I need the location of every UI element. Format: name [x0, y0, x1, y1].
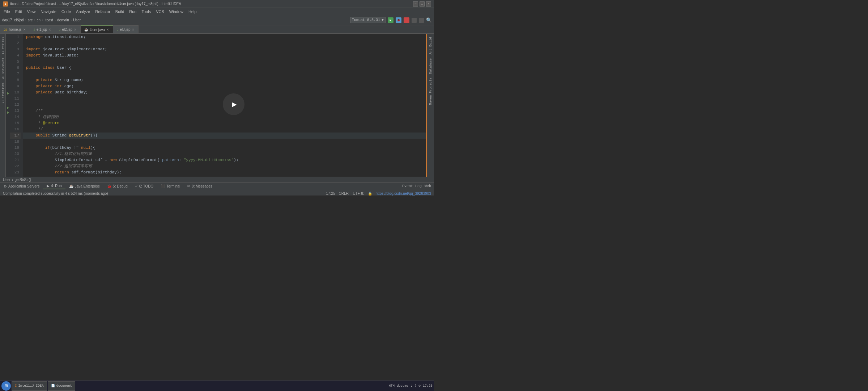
- minimize-button[interactable]: ─: [413, 1, 418, 7]
- gutter-11: [6, 81, 10, 86]
- gutter-6: [6, 58, 10, 63]
- close-button[interactable]: ✕: [426, 1, 431, 7]
- gutter-7: [6, 63, 10, 67]
- ln-6: 6: [10, 65, 21, 71]
- menu-view[interactable]: View: [25, 9, 38, 14]
- tab-messages[interactable]: ✉ 0: Messages: [184, 184, 216, 189]
- tab-app-servers[interactable]: ⚙ Application Servers: [0, 184, 43, 189]
- menu-run[interactable]: Run: [127, 9, 139, 14]
- stop-button[interactable]: [404, 17, 409, 23]
- search-icon[interactable]: 🔍: [426, 17, 432, 23]
- code-line-18: [23, 139, 427, 145]
- gutter-19: [6, 120, 10, 125]
- code-line-22: //2.返回字符串即可: [23, 163, 427, 169]
- web-label[interactable]: Web: [425, 184, 431, 188]
- tab-messages-label: 0: Messages: [192, 184, 212, 188]
- ln-17: 17: [10, 133, 21, 139]
- gutter-30: [6, 172, 10, 177]
- menu-file[interactable]: File: [1, 9, 12, 14]
- sidebar-favorites[interactable]: 2: Favorites: [1, 81, 5, 105]
- run-button[interactable]: [388, 17, 393, 23]
- ln-2: 2: [10, 40, 21, 46]
- sidebar-project[interactable]: 1: Project: [1, 35, 5, 56]
- menu-analyze[interactable]: Analyze: [74, 9, 92, 14]
- toolbar-right: Tomcat 8.5.31 ▼ 🐞 🔍: [350, 17, 432, 23]
- tab-close-user-java[interactable]: ✕: [106, 28, 109, 31]
- ln-16: 16: [10, 126, 21, 133]
- tab-todo[interactable]: ✓ 6: TODO: [131, 184, 157, 189]
- tab-java-icon: ☕: [69, 184, 73, 188]
- tab-home-js[interactable]: JS home.js ✕: [0, 25, 30, 33]
- tab-java-enterprise[interactable]: ☕ Java Enterprise: [65, 184, 103, 189]
- gutter-17: [6, 110, 10, 115]
- gutter-3: [6, 43, 10, 48]
- ln-4: 4: [10, 52, 21, 59]
- gutter-20: [6, 125, 10, 129]
- debug-button[interactable]: 🐞: [396, 17, 401, 23]
- status-crlf: CRLF:: [339, 192, 349, 196]
- gutter-10: [6, 77, 10, 81]
- tab-close-el1-jsp[interactable]: ✕: [48, 28, 51, 31]
- gutter-16: [6, 105, 10, 110]
- tab-terminal[interactable]: ⬛ Terminal: [157, 184, 184, 189]
- tab-user-java[interactable]: ☕ User.java ✕: [81, 25, 113, 33]
- window-controls[interactable]: ─ □ ✕: [413, 1, 431, 7]
- menu-window[interactable]: Window: [167, 9, 186, 14]
- tab-label-user-java: User.java: [90, 28, 105, 32]
- menu-refactor[interactable]: Refactor: [93, 9, 112, 14]
- ln-19: 19: [10, 145, 21, 151]
- ln-12: 12: [10, 102, 21, 108]
- tab-todo-icon: ✓: [135, 184, 138, 188]
- gutter-28: [6, 163, 10, 167]
- tab-close-el3-jsp[interactable]: ✕: [132, 28, 135, 31]
- tab-run[interactable]: ▶ 4: Run: [43, 183, 65, 189]
- status-right: 17:25 CRLF: UTF-8: 🔒 https://blog.csdn.n…: [326, 192, 431, 196]
- sidebar-maven[interactable]: Maven Projects: [429, 76, 433, 106]
- code-line-3: import java.text.SimpleDateFormat;: [23, 46, 427, 52]
- gutter-23: [6, 139, 10, 143]
- menu-help[interactable]: Help: [186, 9, 199, 14]
- tab-el2-jsp[interactable]: J el2.jsp ✕: [55, 25, 81, 33]
- menu-code[interactable]: Code: [59, 9, 73, 14]
- tab-el1-jsp[interactable]: J el1.jsp ✕: [30, 25, 55, 33]
- title-bar-left: I itcast - D:\IdeaProjects\itcast - ...\…: [3, 1, 181, 7]
- gutter-27: [6, 158, 10, 163]
- tab-close-el2-jsp[interactable]: ✕: [74, 28, 77, 31]
- build-icon[interactable]: [412, 18, 417, 23]
- tab-icon-java: ☕: [84, 28, 88, 31]
- sidebar-ant-build[interactable]: Ant Build: [429, 35, 433, 56]
- tab-close-home-js[interactable]: ✕: [23, 28, 26, 31]
- ln-7: 7: [10, 71, 21, 77]
- ln-14: 14: [10, 114, 21, 120]
- play-button[interactable]: [223, 93, 244, 115]
- scroll-indicator: [426, 34, 427, 177]
- breadcrumb-item-domain: domain: [57, 18, 69, 22]
- settings-icon[interactable]: [419, 18, 424, 23]
- event-log-label[interactable]: Event Log: [402, 184, 422, 188]
- code-content[interactable]: package cn.itcast.domain; import java.te…: [23, 34, 427, 177]
- gutter-25: [6, 148, 10, 153]
- tab-icon-el1: J: [34, 28, 35, 31]
- breadcrumb-item-itcast: itcast: [44, 18, 53, 22]
- ln-18: 18: [10, 139, 21, 145]
- gutter-8: [6, 67, 10, 72]
- menu-edit[interactable]: Edit: [13, 9, 24, 14]
- breadcrumb-item-user: User: [73, 18, 81, 22]
- tab-label-el1-jsp: el1.jsp: [37, 28, 47, 31]
- menu-vcs[interactable]: VCS: [154, 9, 166, 14]
- menu-build[interactable]: Build: [113, 9, 126, 14]
- code-line-7: [23, 71, 427, 77]
- maximize-button[interactable]: □: [420, 1, 425, 7]
- sidebar-database[interactable]: Database: [429, 57, 433, 75]
- tab-el3-jsp[interactable]: J el3.jsp ✕: [113, 25, 139, 33]
- tab-debug[interactable]: 🐞 5: Debug: [103, 184, 131, 189]
- tomcat-selector[interactable]: Tomcat 8.5.31 ▼: [350, 17, 386, 23]
- gutter-1: [6, 34, 10, 39]
- menu-navigate[interactable]: Navigate: [38, 9, 58, 14]
- sidebar-structure[interactable]: 2: Structure: [1, 56, 5, 80]
- code-line-6: public class User {: [23, 65, 427, 71]
- menu-tools[interactable]: Tools: [139, 9, 153, 14]
- tab-run-label: 4: Run: [51, 184, 61, 188]
- tab-label-el3-jsp: el3.jsp: [120, 28, 131, 31]
- ln-10: 10: [10, 89, 21, 96]
